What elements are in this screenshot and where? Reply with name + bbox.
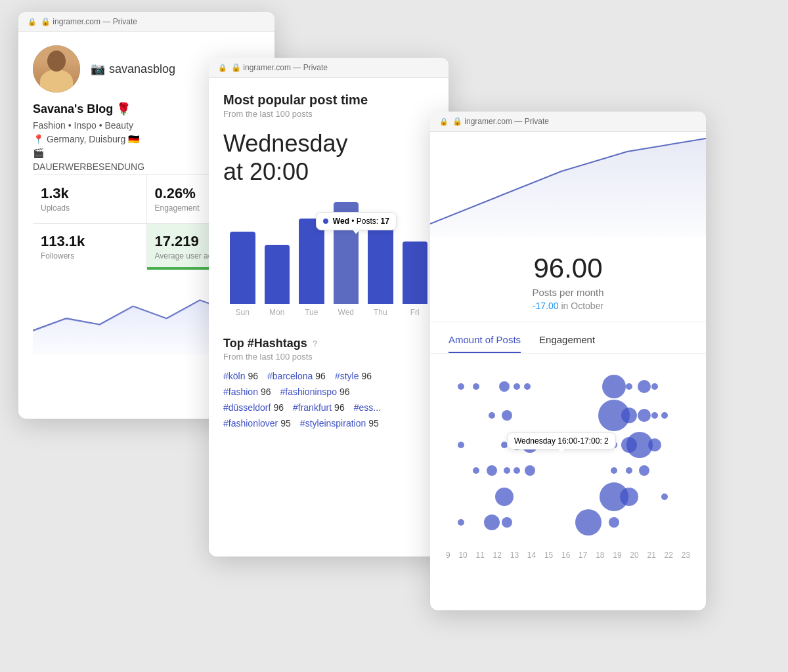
hashtag-count: 96: [315, 371, 326, 381]
hashtag-tag[interactable]: #fashion: [223, 387, 258, 397]
hashtag-row: #düsseldorf96#frankfurt96#ess...: [223, 402, 434, 413]
uploads-stat: 1.3k Uploads: [33, 175, 147, 223]
x-axis-label: 21: [647, 551, 655, 560]
hashtag-count: 96: [261, 387, 271, 397]
popular-time-sub: From the last 100 posts: [223, 109, 434, 119]
bubble-14: [651, 412, 658, 419]
hashtag-row: #fashionlover95#styleinspiration95: [223, 418, 434, 429]
hashtag-row: #fashion96#fashioninspo96: [223, 387, 434, 397]
hashtag-tag[interactable]: #styleinspiration: [300, 418, 366, 429]
x-axis-label: 11: [476, 551, 485, 560]
x-axis-label: 20: [630, 551, 638, 560]
x-axis-label: 9: [446, 551, 450, 560]
window-bar-1: 🔒 🔒 ingramer.com — Private: [18, 12, 274, 32]
hashtag-tag[interactable]: #fashionlover: [223, 418, 278, 429]
window-url-1: 🔒 ingramer.com — Private: [41, 17, 137, 26]
hashtag-tag[interactable]: #fashioninspo: [280, 387, 337, 397]
bar-chart: Wed • Posts: 17 SunMonTueWedThuFri: [223, 199, 434, 330]
bar-thu: [368, 225, 393, 304]
hashtag-tag[interactable]: #barcelona: [267, 371, 313, 381]
lock-icon-3: 🔒: [439, 117, 449, 126]
bubble-34: [620, 488, 638, 506]
hashtag-row: #köln96#barcelona96#style96: [223, 371, 434, 381]
bubble-13: [638, 409, 651, 422]
hashtag-tag[interactable]: #ess...: [354, 402, 381, 413]
bubble-32: [495, 488, 514, 506]
posts-chart-window: 🔒 🔒 ingramer.com — Private 96.00 Posts p…: [430, 112, 706, 610]
x-axis-label: 10: [458, 551, 467, 560]
hashtag-tag[interactable]: #köln: [223, 371, 245, 381]
bubble-7: [638, 380, 651, 393]
bubble-23: [648, 438, 661, 452]
x-axis-label: 15: [544, 551, 553, 560]
posts-change: -17.00 in October: [449, 301, 688, 311]
hashtag-count: 96: [339, 387, 350, 397]
bubble-0: [458, 383, 464, 390]
bubble-16: [458, 442, 464, 448]
tab-amount-of-posts[interactable]: Amount of Posts: [449, 327, 521, 353]
bubble-8: [651, 383, 658, 390]
hashtag-tag[interactable]: #frankfurt: [293, 402, 332, 413]
x-axis-label: 14: [527, 551, 536, 560]
x-axis-label: 13: [510, 551, 519, 560]
hashtag-tag[interactable]: #düsseldorf: [223, 402, 271, 413]
lock-icon-2: 🔒: [218, 64, 227, 72]
stats-panel: 96.00 Posts per month -17.00 in October: [430, 237, 706, 322]
bar-label-fri: Fri: [410, 308, 420, 317]
bar-label-sun: Sun: [236, 308, 250, 317]
window-url-2: 🔒 ingramer.com — Private: [231, 63, 328, 72]
window-bar-3: 🔒 🔒 ingramer.com — Private: [430, 112, 706, 132]
x-axis-label: 19: [613, 551, 621, 560]
bubble-38: [502, 517, 512, 528]
posts-per-month-label: Posts per month: [449, 287, 688, 298]
bubble-30: [626, 467, 632, 474]
hashtag-help[interactable]: ?: [313, 339, 318, 348]
bubble-31: [639, 465, 649, 476]
bar-tooltip: Wed • Posts: 17: [316, 212, 397, 230]
bubble-36: [458, 519, 464, 526]
hashtag-tag[interactable]: #style: [335, 371, 359, 381]
bubble-37: [484, 514, 500, 530]
bar-item-sun: Sun: [230, 232, 255, 317]
bar-tue: [299, 219, 324, 304]
bar-sun: [230, 232, 255, 304]
bar-label-thu: Thu: [374, 308, 387, 317]
bubble-35: [661, 494, 668, 500]
bar-fri: [403, 242, 428, 304]
window-bar-2: 🔒 🔒 ingramer.com — Private: [209, 58, 449, 78]
bubble-29: [611, 467, 617, 474]
bubble-4: [524, 383, 531, 390]
bubble-10: [502, 410, 512, 421]
bubble-27: [514, 467, 520, 474]
tooltip-dot: [323, 219, 328, 224]
avatar: [33, 45, 80, 93]
x-axis-label: 18: [596, 551, 604, 560]
bubble-26: [504, 467, 510, 474]
bar-item-thu: Thu: [368, 225, 393, 317]
hashtag-section: Top #Hashtags ? From the last 100 posts …: [223, 337, 434, 429]
hashtag-sub: From the last 100 posts: [223, 352, 434, 362]
instagram-icon: 📷: [91, 62, 105, 76]
lock-icon-1: 🔒: [28, 18, 37, 26]
tabs-bar: Amount of Posts Engagement: [430, 327, 706, 354]
bubble-24: [473, 467, 479, 474]
bubble-tooltip: Wednesday 16:00-17:00: 2: [507, 432, 616, 450]
bubble-1: [473, 383, 479, 390]
bubble-28: [525, 465, 535, 476]
bubble-40: [609, 517, 619, 528]
x-axis-label: 16: [561, 551, 570, 560]
bubble-6: [626, 383, 632, 390]
tab-engagement[interactable]: Engagement: [539, 327, 595, 353]
bubble-9: [489, 412, 495, 419]
followers-stat: 113.1k Followers: [33, 224, 147, 270]
bubble-2: [499, 381, 510, 392]
best-time: Wednesday at 20:00: [223, 129, 434, 186]
popular-time-window: 🔒 🔒 ingramer.com — Private Most popular …: [209, 58, 449, 556]
x-axis-label: 22: [665, 551, 673, 560]
bubble-25: [487, 465, 497, 476]
bubble-15: [661, 412, 668, 419]
popular-time-title: Most popular post time: [223, 93, 434, 108]
x-axis-label: 17: [579, 551, 587, 560]
bar-item-tue: Tue: [299, 219, 324, 317]
hashtag-count: 96: [334, 402, 345, 413]
